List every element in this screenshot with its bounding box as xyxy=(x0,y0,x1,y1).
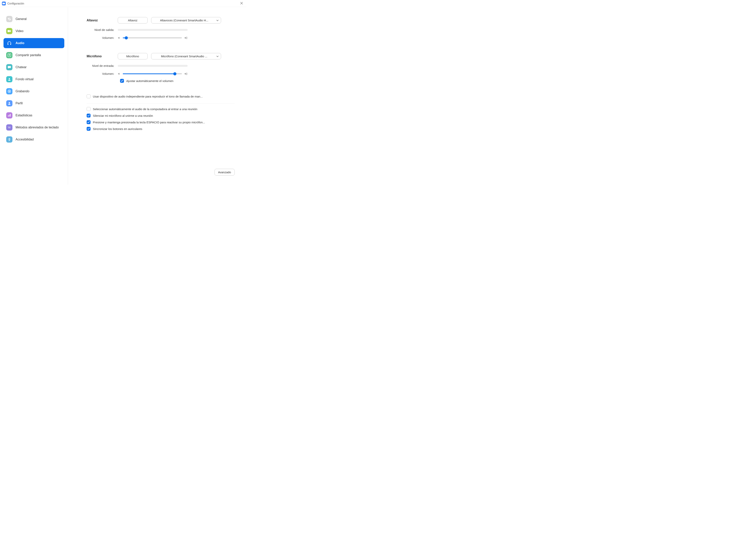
svg-rect-10 xyxy=(9,115,10,117)
sidebar-item-label: Métodos abreviados de teclado xyxy=(16,125,59,129)
stats-icon xyxy=(6,112,12,118)
mute-on-join-label: Silenciar mi micrófono al unirme a una r… xyxy=(93,114,153,117)
svg-point-8 xyxy=(9,102,10,104)
push-to-talk-row: Presione y mantenga presionada la tecla … xyxy=(87,120,235,124)
sidebar-item-label: Grabando xyxy=(16,89,29,93)
app-icon xyxy=(2,2,6,5)
sidebar-item-accessibility[interactable]: Accesibilidad xyxy=(3,135,64,145)
separate-ringtone-label: Usar dispositivo de audio independiente … xyxy=(93,95,203,98)
svg-rect-1 xyxy=(7,30,10,32)
svg-rect-13 xyxy=(8,127,8,127)
svg-rect-12 xyxy=(7,126,11,129)
output-level-label: Nivel de salida: xyxy=(87,28,118,31)
chat-icon xyxy=(6,64,12,70)
window-title: Configuración xyxy=(7,2,24,5)
sidebar-item-label: Perfil xyxy=(16,101,23,106)
svg-rect-2 xyxy=(7,43,8,45)
microphone-device-selected: Micrófono (Conexant SmartAudio ... xyxy=(161,55,207,58)
video-icon xyxy=(6,28,12,34)
microphone-input-level-meter xyxy=(118,65,188,67)
volume-high-icon xyxy=(184,36,188,39)
svg-rect-0 xyxy=(2,3,4,4)
push-to-talk-checkbox[interactable] xyxy=(87,120,90,124)
speaker-device-selected: Altavoces (Conexant SmartAudio H... xyxy=(160,19,208,22)
chevron-down-icon xyxy=(217,19,219,22)
speaker-section: Altavoz Altavoz Altavoces (Conexant Smar… xyxy=(87,17,235,44)
svg-rect-14 xyxy=(8,127,9,127)
svg-point-7 xyxy=(9,91,10,92)
svg-rect-17 xyxy=(10,127,10,127)
auto-join-audio-label: Seleccionar automáticamente el audio de … xyxy=(93,108,197,111)
sidebar-item-label: Accesibilidad xyxy=(16,138,34,142)
share-screen-icon xyxy=(6,52,12,58)
sidebar-item-label: Video xyxy=(16,29,24,33)
sync-headset-row: Sincronizar los botones en auriculares xyxy=(87,127,235,131)
auto-adjust-volume-label: Ajustar automáticamente el volumen xyxy=(126,79,173,83)
test-speaker-button[interactable]: Altavoz xyxy=(118,17,148,24)
sidebar-item-label: General xyxy=(16,17,27,21)
headphones-icon xyxy=(6,40,12,46)
mute-on-join-checkbox[interactable] xyxy=(87,114,90,118)
close-icon[interactable] xyxy=(239,1,244,6)
separate-ringtone-row: Usar dispositivo de audio independiente … xyxy=(87,94,235,98)
microphone-section: Micrófono Micrófono Micrófono (Conexant … xyxy=(87,53,235,85)
sync-headset-label: Sincronizar los botones en auriculares xyxy=(93,127,142,130)
svg-point-5 xyxy=(9,78,10,79)
sidebar-item-virtual-bg[interactable]: Fondo virtual xyxy=(3,74,64,84)
input-level-label: Nivel de entrada: xyxy=(87,64,118,67)
sidebar-item-label: Compartir pantalla xyxy=(16,53,41,57)
sidebar-item-label: Chatear xyxy=(16,65,27,69)
speaker-heading: Altavoz xyxy=(87,19,118,22)
sidebar-item-audio[interactable]: Audio xyxy=(3,38,64,48)
sync-headset-checkbox[interactable] xyxy=(87,127,90,131)
test-microphone-button[interactable]: Micrófono xyxy=(118,53,148,59)
virtual-background-icon xyxy=(6,76,12,82)
sidebar-item-recording[interactable]: Grabando xyxy=(3,86,64,96)
sidebar-item-label: Estadísticas xyxy=(16,113,32,118)
svg-rect-18 xyxy=(8,128,10,128)
svg-rect-3 xyxy=(10,43,11,45)
auto-adjust-volume-checkbox[interactable] xyxy=(120,79,124,83)
content-panel: Altavoz Altavoz Altavoces (Conexant Smar… xyxy=(68,7,246,185)
push-to-talk-label: Presione y mantenga presionada la tecla … xyxy=(93,121,205,124)
svg-rect-15 xyxy=(9,127,9,127)
svg-point-19 xyxy=(9,138,10,139)
svg-rect-16 xyxy=(9,127,10,127)
microphone-volume-slider[interactable] xyxy=(123,73,182,74)
microphone-volume-label: Volumen: xyxy=(87,72,118,76)
chevron-down-icon xyxy=(217,55,219,58)
advanced-button[interactable]: Avanzado xyxy=(214,169,235,176)
svg-rect-11 xyxy=(10,114,11,117)
microphone-heading: Micrófono xyxy=(87,55,118,58)
record-icon xyxy=(6,88,12,94)
sidebar-item-label: Fondo virtual xyxy=(16,77,34,81)
mute-on-join-row: Silenciar mi micrófono al unirme a una r… xyxy=(87,114,235,118)
profile-icon xyxy=(6,100,12,107)
sidebar-item-statistics[interactable]: Estadísticas xyxy=(3,110,64,120)
auto-join-audio-checkbox[interactable] xyxy=(87,107,90,111)
sidebar-item-video[interactable]: Video xyxy=(3,26,64,36)
sidebar: General Video Audio Compartir pantalla C xyxy=(0,7,68,185)
sidebar-item-profile[interactable]: Perfil xyxy=(3,98,64,108)
sidebar-item-label: Audio xyxy=(16,41,24,45)
svg-rect-9 xyxy=(8,115,8,117)
volume-high-icon xyxy=(184,72,188,75)
sidebar-item-shortcuts[interactable]: Métodos abreviados de teclado xyxy=(3,122,64,132)
volume-low-icon xyxy=(118,36,120,39)
auto-join-audio-row: Seleccionar automáticamente el audio de … xyxy=(87,107,235,111)
gear-icon xyxy=(6,16,12,22)
titlebar: Configuración xyxy=(0,0,246,7)
microphone-device-dropdown[interactable]: Micrófono (Conexant SmartAudio ... xyxy=(151,53,221,59)
volume-low-icon xyxy=(118,72,120,75)
speaker-device-dropdown[interactable]: Altavoces (Conexant SmartAudio H... xyxy=(151,17,221,24)
speaker-volume-slider[interactable] xyxy=(123,37,182,38)
speaker-output-level-meter xyxy=(118,29,188,31)
auto-adjust-volume-row: Ajustar automáticamente el volumen xyxy=(120,79,235,83)
separate-ringtone-checkbox[interactable] xyxy=(87,94,90,98)
accessibility-icon xyxy=(6,136,12,143)
sidebar-item-chat[interactable]: Chatear xyxy=(3,62,64,72)
keyboard-icon xyxy=(6,124,12,130)
sidebar-item-share[interactable]: Compartir pantalla xyxy=(3,50,64,60)
sidebar-item-general[interactable]: General xyxy=(3,14,64,24)
speaker-volume-label: Volumen: xyxy=(87,36,118,39)
